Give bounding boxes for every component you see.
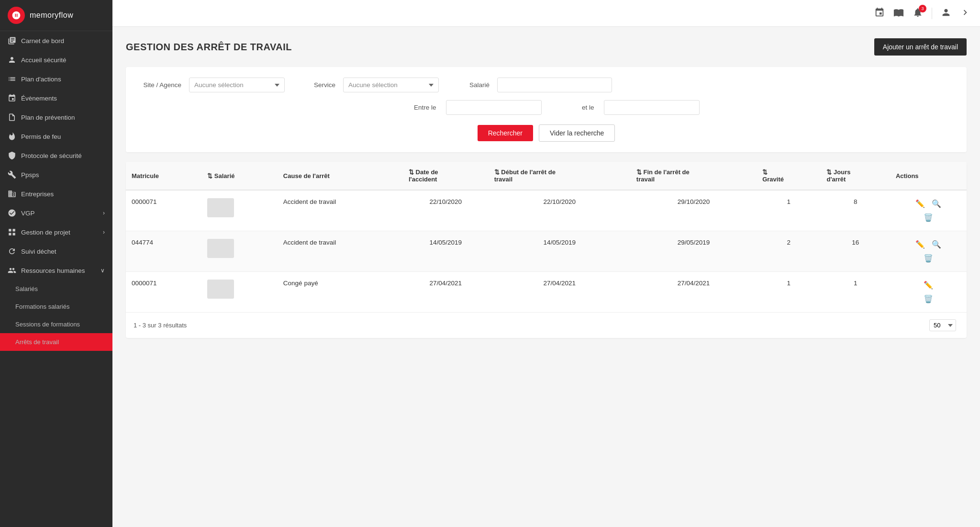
cell-gravite: 1 <box>757 272 821 313</box>
action-cell: ✏️ 🔍 🗑️ <box>896 239 961 264</box>
cell-gravite: 1 <box>757 190 821 231</box>
sidebar-item-gestion-projet[interactable]: Gestion de projet › <box>0 223 112 242</box>
notification-badge: 3 <box>919 5 926 12</box>
edit-button[interactable]: ✏️ <box>914 239 926 250</box>
sidebar-item-protocole-label: Protocole de sécurité <box>21 152 82 159</box>
sidebar-item-salaries[interactable]: Salariés <box>0 280 112 298</box>
main-area: 3 GESTION DES ARRÊT DE TRAVAIL Ajouter u… <box>112 0 980 527</box>
sidebar-item-evenements[interactable]: Évènements <box>0 89 112 108</box>
cell-salarie <box>201 231 278 272</box>
table-row: 0000071 Congé payé 27/04/2021 27/04/2021… <box>126 272 967 313</box>
calendar-topbar-icon[interactable] <box>874 7 885 19</box>
action-cell: ✏️ 🔍 🗑️ <box>896 198 961 223</box>
service-select[interactable]: Aucune sélection <box>343 78 439 92</box>
cell-salarie <box>201 272 278 313</box>
expand-topbar-icon[interactable] <box>960 7 970 19</box>
sidebar-item-permis-feu[interactable]: Permis de feu <box>0 127 112 146</box>
topbar: 3 <box>112 0 980 27</box>
sidebar-item-arrets-travail[interactable]: Arrêts de travail <box>0 333 112 351</box>
view-button[interactable]: 🔍 <box>931 239 942 250</box>
cell-debut-arret: 14/05/2019 <box>489 231 631 272</box>
sidebar-item-formations-salaries[interactable]: Formations salariés <box>0 298 112 315</box>
per-page-select[interactable]: 50 10 25 100 <box>929 319 956 331</box>
users-icon <box>8 266 16 275</box>
add-arret-button[interactable]: Ajouter un arrêt de travail <box>874 38 967 56</box>
clear-button[interactable]: Vider la recherche <box>539 124 615 142</box>
sidebar-item-suivi-dechet-label: Suivi déchet <box>21 248 56 255</box>
sidebar-item-sessions-formations-label: Sessions de formations <box>15 321 80 328</box>
cell-cause: Accident de travail <box>278 190 403 231</box>
cell-cause: Congé payé <box>278 272 403 313</box>
sidebar-item-plan-actions-label: Plan d'actions <box>21 76 61 83</box>
table-header-row: Matricule ⇅ Salarié Cause de l'arrêt ⇅ D… <box>126 162 967 190</box>
col-salarie[interactable]: ⇅ Salarié <box>201 162 278 190</box>
sidebar-item-protocole[interactable]: Protocole de sécurité <box>0 146 112 165</box>
building-icon <box>8 190 16 198</box>
delete-button[interactable]: 🗑️ <box>923 293 934 304</box>
filter-card: Site / Agence Aucune sélection Service A… <box>126 67 967 152</box>
sidebar-item-plan-prevention[interactable]: Plan de prévention <box>0 108 112 127</box>
sidebar-item-ppsps-label: Ppsps <box>21 171 39 179</box>
col-jours[interactable]: ⇅ Joursd'arrêt <box>821 162 890 190</box>
sidebar-item-suivi-dechet[interactable]: Suivi déchet <box>0 242 112 261</box>
service-label: Service <box>292 81 335 89</box>
logo-text: memoryflow <box>30 11 73 20</box>
grid-icon <box>8 228 16 236</box>
col-fin-arret[interactable]: ⇅ Fin de l'arrêt detravail <box>631 162 757 190</box>
col-date-accident[interactable]: ⇅ Date del'accident <box>403 162 489 190</box>
col-cause: Cause de l'arrêt <box>278 162 403 190</box>
date-fin-input[interactable] <box>604 100 700 115</box>
col-debut-arret[interactable]: ⇅ Début de l'arrêt detravail <box>489 162 631 190</box>
salarie-input[interactable] <box>497 78 612 92</box>
sidebar-item-accueil[interactable]: Accueil sécurité <box>0 50 112 69</box>
action-row-top: ✏️ 🔍 <box>914 239 942 250</box>
content-area: GESTION DES ARRÊT DE TRAVAIL Ajouter un … <box>112 27 980 527</box>
cell-actions: ✏️ 🔍 🗑️ <box>890 231 967 272</box>
bell-topbar-icon[interactable]: 3 <box>913 7 923 19</box>
cell-fin-arret: 27/04/2021 <box>631 272 757 313</box>
cell-debut-arret: 22/10/2020 <box>489 190 631 231</box>
list-icon <box>8 75 16 83</box>
delete-button[interactable]: 🗑️ <box>923 253 934 264</box>
date-debut-input[interactable] <box>446 100 542 115</box>
table-card: Matricule ⇅ Salarié Cause de l'arrêt ⇅ D… <box>126 162 967 338</box>
sidebar-item-plan-actions[interactable]: Plan d'actions <box>0 69 112 89</box>
book-topbar-icon[interactable] <box>893 7 904 19</box>
entre-le-label: Entre le <box>393 104 436 111</box>
sidebar: memoryflow Carnet de bord Accueil sécuri… <box>0 0 112 527</box>
sidebar-item-sessions-formations[interactable]: Sessions de formations <box>0 315 112 333</box>
sidebar-item-ppsps[interactable]: Ppsps <box>0 165 112 184</box>
search-button[interactable]: Rechercher <box>478 125 533 141</box>
sidebar-item-entreprises[interactable]: Entreprises <box>0 184 112 203</box>
check-circle-icon <box>8 209 16 217</box>
logo[interactable]: memoryflow <box>0 0 112 31</box>
gestion-projet-chevron-icon: › <box>103 229 105 235</box>
sidebar-item-accueil-label: Accueil sécurité <box>21 56 67 64</box>
cell-jours: 8 <box>821 190 890 231</box>
user-topbar-icon[interactable] <box>941 7 951 19</box>
sidebar-item-rh[interactable]: Ressources humaines ∨ <box>0 261 112 280</box>
edit-button[interactable]: ✏️ <box>914 198 926 209</box>
col-actions: Actions <box>890 162 967 190</box>
sidebar-item-carnet[interactable]: Carnet de bord <box>0 31 112 50</box>
filter-row-1: Site / Agence Aucune sélection Service A… <box>138 78 954 92</box>
sidebar-item-entreprises-label: Entreprises <box>21 191 54 198</box>
site-select[interactable]: Aucune sélection <box>189 78 285 92</box>
book-icon <box>8 36 16 45</box>
delete-button[interactable]: 🗑️ <box>923 212 934 223</box>
sidebar-item-carnet-label: Carnet de bord <box>21 37 64 45</box>
action-row-top: ✏️ <box>923 280 934 291</box>
sidebar-item-arrets-travail-label: Arrêts de travail <box>15 338 59 346</box>
col-gravite[interactable]: ⇅Gravité <box>757 162 821 190</box>
table-row: 044774 Accident de travail 14/05/2019 14… <box>126 231 967 272</box>
cell-salarie <box>201 190 278 231</box>
view-button[interactable]: 🔍 <box>931 198 942 209</box>
cell-date-accident: 22/10/2020 <box>403 190 489 231</box>
cell-matricule: 0000071 <box>126 272 201 313</box>
sidebar-item-vgp[interactable]: VGP › <box>0 203 112 223</box>
edit-button[interactable]: ✏️ <box>923 280 934 291</box>
page-header: GESTION DES ARRÊT DE TRAVAIL Ajouter un … <box>126 38 967 56</box>
cell-actions: ✏️ 🔍 🗑️ <box>890 190 967 231</box>
pagination-row: 1 - 3 sur 3 résultats 50 10 25 100 <box>126 312 967 338</box>
topbar-divider <box>932 8 932 19</box>
